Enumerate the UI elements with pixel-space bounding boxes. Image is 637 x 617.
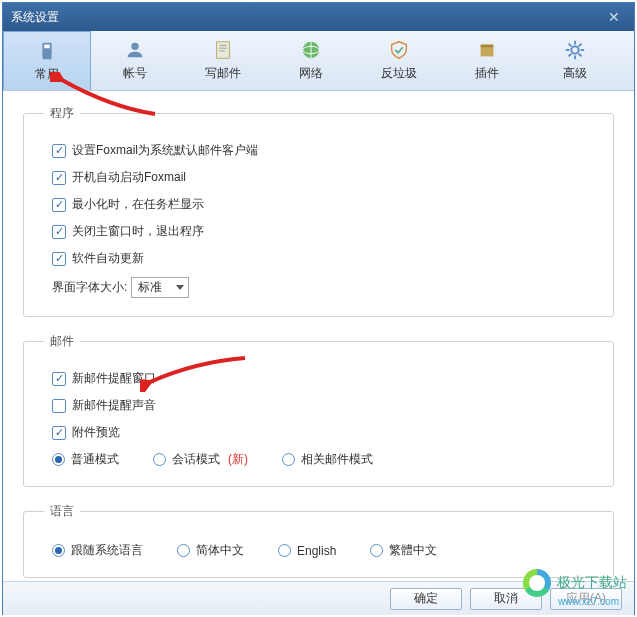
ok-button[interactable]: 确定 — [390, 588, 462, 610]
checkbox-set-default[interactable] — [52, 144, 66, 158]
account-icon — [124, 39, 146, 61]
radio-mode-thread[interactable]: 会话模式(新) — [153, 451, 248, 468]
network-icon — [300, 39, 322, 61]
radio-lang-follow[interactable]: 跟随系统语言 — [52, 542, 143, 559]
checkbox-auto-update[interactable] — [52, 252, 66, 266]
antispam-icon — [388, 39, 410, 61]
tab-account[interactable]: 帐号 — [91, 31, 179, 90]
toolbar: 常用 帐号 写邮件 网络 反垃圾 插件 高级 — [3, 31, 634, 91]
svg-line-18 — [578, 54, 581, 57]
label-popup[interactable]: 新邮件提醒窗口 — [72, 370, 156, 387]
tab-label: 常用 — [35, 66, 59, 83]
mail-legend: 邮件 — [44, 333, 80, 350]
label-preview[interactable]: 附件预览 — [72, 424, 120, 441]
plugin-icon — [476, 39, 498, 61]
language-legend: 语言 — [44, 503, 80, 520]
apply-button[interactable]: 应用(A) — [550, 588, 622, 610]
tab-label: 反垃圾 — [381, 65, 417, 82]
checkbox-popup[interactable] — [52, 372, 66, 386]
tab-general[interactable]: 常用 — [3, 31, 91, 90]
checkbox-close-exit[interactable] — [52, 225, 66, 239]
svg-point-2 — [131, 43, 138, 50]
radio-lang-simp[interactable]: 简体中文 — [177, 542, 244, 559]
language-group: 语言 跟随系统语言 简体中文 English 繁體中文 — [23, 503, 614, 578]
tab-advanced[interactable]: 高级 — [531, 31, 619, 90]
radio-mode-normal[interactable]: 普通模式 — [52, 451, 119, 468]
tab-label: 帐号 — [123, 65, 147, 82]
label-auto-update[interactable]: 软件自动更新 — [72, 250, 144, 267]
tab-plugin[interactable]: 插件 — [443, 31, 531, 90]
general-icon — [36, 40, 58, 62]
tab-network[interactable]: 网络 — [267, 31, 355, 90]
tab-antispam[interactable]: 反垃圾 — [355, 31, 443, 90]
cancel-button[interactable]: 取消 — [470, 588, 542, 610]
tab-label: 插件 — [475, 65, 499, 82]
compose-icon — [212, 39, 234, 61]
program-legend: 程序 — [44, 105, 80, 122]
label-close-exit[interactable]: 关闭主窗口时，退出程序 — [72, 223, 204, 240]
close-icon[interactable]: ✕ — [602, 7, 626, 27]
checkbox-sound[interactable] — [52, 399, 66, 413]
tab-compose[interactable]: 写邮件 — [179, 31, 267, 90]
new-tag: (新) — [228, 451, 248, 468]
tab-label: 写邮件 — [205, 65, 241, 82]
program-group: 程序 设置Foxmail为系统默认邮件客户端 开机自动启动Foxmail 最小化… — [23, 105, 614, 317]
svg-rect-3 — [216, 42, 229, 59]
radio-lang-en[interactable]: English — [278, 544, 336, 558]
font-size-label: 界面字体大小: — [52, 279, 127, 296]
checkbox-preview[interactable] — [52, 426, 66, 440]
checkbox-autostart[interactable] — [52, 171, 66, 185]
radio-lang-trad[interactable]: 繁體中文 — [370, 542, 437, 559]
checkbox-minimize[interactable] — [52, 198, 66, 212]
font-size-select[interactable]: 标准 — [131, 277, 189, 298]
label-set-default[interactable]: 设置Foxmail为系统默认邮件客户端 — [72, 142, 258, 159]
svg-line-20 — [578, 44, 581, 47]
svg-line-19 — [568, 54, 571, 57]
radio-mode-related[interactable]: 相关邮件模式 — [282, 451, 373, 468]
advanced-icon — [564, 39, 586, 61]
svg-line-17 — [568, 44, 571, 47]
label-minimize[interactable]: 最小化时，在任务栏显示 — [72, 196, 204, 213]
svg-point-12 — [571, 46, 578, 53]
tab-label: 高级 — [563, 65, 587, 82]
svg-rect-1 — [44, 44, 50, 48]
svg-rect-11 — [480, 45, 493, 48]
mail-group: 邮件 新邮件提醒窗口 新邮件提醒声音 附件预览 普通模式 会话模式(新) 相关邮… — [23, 333, 614, 487]
window-title: 系统设置 — [11, 9, 602, 26]
tab-label: 网络 — [299, 65, 323, 82]
label-sound[interactable]: 新邮件提醒声音 — [72, 397, 156, 414]
label-autostart[interactable]: 开机自动启动Foxmail — [72, 169, 186, 186]
svg-rect-10 — [480, 46, 493, 56]
